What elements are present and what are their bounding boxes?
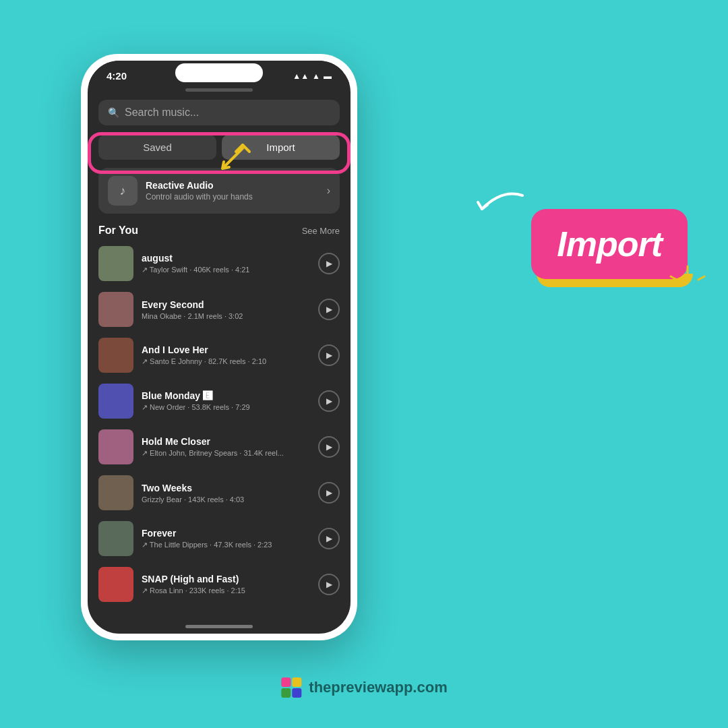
svg-rect-7 bbox=[281, 688, 291, 698]
svg-rect-5 bbox=[281, 677, 291, 687]
svg-line-3 bbox=[698, 276, 704, 280]
play-button[interactable]: ▶ bbox=[318, 344, 340, 366]
status-icons: ▲▲ ▲ ▬ bbox=[293, 71, 332, 81]
song-meta: ↗ New Order · 53.8K reels · 7:29 bbox=[142, 403, 310, 412]
reactive-audio-subtitle: Control audio with your hands bbox=[146, 192, 319, 202]
reactive-audio-info: Reactive Audio Control audio with your h… bbox=[146, 180, 319, 202]
tab-saved-button[interactable]: Saved bbox=[98, 135, 216, 160]
song-meta: ↗ Rosa Linn · 233K reels · 2:15 bbox=[142, 586, 310, 595]
status-time: 4:20 bbox=[107, 70, 127, 82]
song-title: SNAP (High and Fast) bbox=[142, 574, 310, 584]
import-badge: Import bbox=[531, 209, 688, 279]
reactive-audio-title: Reactive Audio bbox=[146, 180, 319, 191]
play-button[interactable]: ▶ bbox=[318, 299, 340, 320]
svg-rect-8 bbox=[292, 688, 301, 698]
song-info: Forever ↗ The Little Dippers · 47.3K ree… bbox=[142, 528, 310, 549]
song-thumbnail bbox=[98, 567, 133, 602]
song-info: Every Second Mina Okabe · 2.1M reels · 3… bbox=[142, 299, 310, 320]
song-info: And I Love Her ↗ Santo E Johnny · 82.7K … bbox=[142, 344, 310, 366]
song-title: Blue Monday 🅴 bbox=[142, 390, 310, 401]
song-thumbnail bbox=[98, 521, 133, 556]
song-thumbnail bbox=[98, 429, 133, 464]
logo-icon bbox=[280, 677, 302, 698]
see-more-link[interactable]: See More bbox=[302, 226, 340, 236]
song-item[interactable]: Hold Me Closer ↗ Elton John, Britney Spe… bbox=[88, 424, 351, 470]
wifi-icon: ▲ bbox=[312, 71, 320, 81]
home-indicator bbox=[185, 625, 253, 628]
song-thumbnail bbox=[98, 384, 133, 419]
bottom-logo: thepreviewapp.com bbox=[280, 677, 447, 698]
battery-icon: ▬ bbox=[324, 71, 332, 81]
reactive-audio-icon: ♪ bbox=[108, 176, 138, 206]
song-meta: ↗ Elton John, Britney Spears · 31.4K ree… bbox=[142, 449, 310, 458]
song-title: And I Love Her bbox=[142, 344, 310, 355]
song-item[interactable]: And I Love Her ↗ Santo E Johnny · 82.7K … bbox=[88, 332, 351, 378]
song-meta: ↗ The Little Dippers · 47.3K reels · 2:2… bbox=[142, 541, 310, 549]
song-item[interactable]: Blue Monday 🅴 ↗ New Order · 53.8K reels … bbox=[88, 378, 351, 424]
song-thumbnail bbox=[98, 338, 133, 373]
svg-rect-6 bbox=[292, 677, 301, 687]
song-thumbnail bbox=[98, 475, 133, 510]
svg-line-4 bbox=[671, 276, 677, 280]
song-thumbnail bbox=[98, 292, 133, 327]
song-item[interactable]: SNAP (High and Fast) ↗ Rosa Linn · 233K … bbox=[88, 562, 351, 607]
yellow-arrow-decoration bbox=[216, 142, 256, 175]
play-button[interactable]: ▶ bbox=[318, 574, 340, 595]
song-info: august ↗ Taylor Swift · 406K reels · 4:2… bbox=[142, 253, 310, 274]
search-bar[interactable]: 🔍 Search music... bbox=[98, 100, 340, 125]
for-you-section-header: For You See More bbox=[88, 218, 351, 241]
phone-notch bbox=[175, 63, 263, 82]
song-info: SNAP (High and Fast) ↗ Rosa Linn · 233K … bbox=[142, 574, 310, 595]
song-list: august ↗ Taylor Swift · 406K reels · 4:2… bbox=[88, 241, 351, 621]
search-icon: 🔍 bbox=[108, 107, 119, 118]
play-button[interactable]: ▶ bbox=[318, 528, 340, 549]
play-button[interactable]: ▶ bbox=[318, 482, 340, 504]
song-item[interactable]: Two Weeks Grizzly Bear · 143K reels · 4:… bbox=[88, 470, 351, 516]
song-info: Two Weeks Grizzly Bear · 143K reels · 4:… bbox=[142, 483, 310, 504]
play-button[interactable]: ▶ bbox=[318, 390, 340, 412]
song-meta: Grizzly Bear · 143K reels · 4:03 bbox=[142, 495, 310, 504]
reactive-arrow-icon: › bbox=[327, 185, 330, 197]
signal-icon: ▲▲ bbox=[293, 71, 309, 81]
curved-arrow-decoration bbox=[468, 182, 529, 222]
song-title: Forever bbox=[142, 528, 310, 539]
logo-text: thepreviewapp.com bbox=[309, 679, 447, 696]
song-item[interactable]: Every Second Mina Okabe · 2.1M reels · 3… bbox=[88, 286, 351, 332]
song-item[interactable]: august ↗ Taylor Swift · 406K reels · 4:2… bbox=[88, 241, 351, 286]
song-info: Blue Monday 🅴 ↗ New Order · 53.8K reels … bbox=[142, 390, 310, 412]
song-title: Every Second bbox=[142, 299, 310, 310]
play-button[interactable]: ▶ bbox=[318, 253, 340, 274]
import-badge-text: Import bbox=[557, 224, 662, 264]
play-button[interactable]: ▶ bbox=[318, 436, 340, 458]
song-info: Hold Me Closer ↗ Elton John, Britney Spe… bbox=[142, 436, 310, 458]
search-placeholder: Search music... bbox=[125, 107, 199, 119]
song-meta: Mina Okabe · 2.1M reels · 3:02 bbox=[142, 312, 310, 320]
song-title: Hold Me Closer bbox=[142, 436, 310, 447]
handle-bar bbox=[185, 88, 253, 92]
song-item[interactable]: Forever ↗ The Little Dippers · 47.3K ree… bbox=[88, 516, 351, 562]
song-title: august bbox=[142, 253, 310, 264]
burst-lines-decoration bbox=[667, 263, 708, 303]
song-meta: ↗ Santo E Johnny · 82.7K reels · 2:10 bbox=[142, 357, 310, 366]
for-you-title: For You bbox=[98, 224, 138, 237]
import-badge-wrapper: Import bbox=[531, 209, 688, 279]
song-thumbnail bbox=[98, 246, 133, 281]
song-title: Two Weeks bbox=[142, 483, 310, 493]
song-meta: ↗ Taylor Swift · 406K reels · 4:21 bbox=[142, 266, 310, 274]
